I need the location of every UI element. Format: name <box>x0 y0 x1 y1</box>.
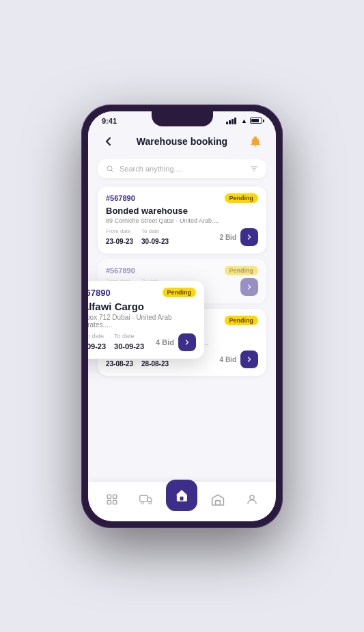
status-icons: ▲ <box>226 118 262 124</box>
to-date-1: 30-09-23 <box>141 238 169 245</box>
search-bar[interactable]: Search anything.... <box>98 159 266 178</box>
arrow-right-icon-2p <box>245 283 253 291</box>
floating-from-date: From date 23-09-23 <box>88 333 106 352</box>
filter-icon[interactable] <box>250 165 258 173</box>
status-time: 9:41 <box>102 117 117 125</box>
phone-screen: 9:41 ▲ Warehouse booki <box>88 111 276 521</box>
phone-notch <box>152 111 213 126</box>
bottom-spacer <box>98 381 266 387</box>
status-badge-2p: Pending <box>225 266 259 275</box>
floating-detail-button[interactable] <box>178 333 196 351</box>
bid-count-3: 4 Bid <box>220 356 236 363</box>
floating-from-date-val: 23-09-23 <box>88 342 106 351</box>
floating-card-address: Po box 712 Dubai - United Arab Emirates.… <box>88 314 196 329</box>
svg-point-6 <box>141 502 143 504</box>
detail-button-2p[interactable] <box>240 278 258 296</box>
nav-item-warehouse[interactable] <box>204 487 232 512</box>
floating-to-date-val: 30-09-23 <box>114 342 144 351</box>
status-badge-1: Pending <box>225 193 259 203</box>
from-date-3: 23-08-23 <box>106 360 133 368</box>
detail-button-3[interactable] <box>240 351 258 368</box>
search-container: Search anything.... <box>88 156 276 184</box>
back-button[interactable] <box>99 132 118 151</box>
arrow-right-icon-3 <box>245 355 253 363</box>
arrow-right-icon-1 <box>245 233 253 241</box>
bell-icon <box>249 135 262 148</box>
svg-rect-8 <box>180 496 184 500</box>
floating-card-header: #567890 Pending <box>88 288 196 298</box>
card-header-2p: #567890 Pending <box>106 266 258 275</box>
floating-arrow-icon <box>183 338 191 346</box>
svg-rect-4 <box>113 500 116 504</box>
floating-card-id: #567890 <box>88 288 111 298</box>
booking-card-1: #567890 Pending Bonded warehouse 89 Corn… <box>98 187 266 253</box>
search-left: Search anything.... <box>106 165 182 173</box>
from-label-1: From date <box>106 228 133 234</box>
card-title-1: Bonded warehouse <box>106 206 258 216</box>
search-icon <box>106 165 114 173</box>
nav-item-profile[interactable] <box>238 487 266 512</box>
profile-icon <box>246 493 258 506</box>
floating-card-title: Halfawi Cargo <box>88 301 196 312</box>
floating-booking-card: #567890 Pending Halfawi Cargo Po box 712… <box>88 281 204 359</box>
card-id-2p: #567890 <box>106 266 135 275</box>
svg-rect-3 <box>107 500 111 504</box>
floating-from-label: From date <box>88 333 106 340</box>
floating-to-label: To date <box>114 333 144 340</box>
floating-card-footer: From date 23-09-23 To date 30-09-23 4 Bi… <box>88 333 196 352</box>
detail-button-1[interactable] <box>240 228 258 246</box>
floating-status-badge: Pending <box>163 288 197 297</box>
grid-icon <box>106 493 118 506</box>
nav-item-truck[interactable] <box>132 487 160 512</box>
search-placeholder: Search anything.... <box>120 165 182 173</box>
page-title: Warehouse booking <box>137 136 227 147</box>
floating-to-date: To date 30-09-23 <box>114 333 144 352</box>
svg-point-10 <box>250 495 254 499</box>
home-icon <box>175 489 188 502</box>
bid-section-2p <box>240 278 258 296</box>
status-badge-3: Pending <box>225 316 259 325</box>
nav-item-home[interactable] <box>166 480 197 511</box>
card-header-1: #567890 Pending <box>106 193 258 203</box>
notification-button[interactable] <box>246 132 265 151</box>
svg-rect-2 <box>113 495 116 498</box>
from-date-group-1: From date 23-09-23 <box>106 228 133 247</box>
bid-count-1: 2 Bid <box>220 234 236 241</box>
dates-row-1: From date 23-09-23 To date 30-09-23 <box>106 228 169 247</box>
bid-section-1: 2 Bid <box>220 228 258 246</box>
svg-rect-1 <box>107 495 111 498</box>
floating-dates-row: From date 23-09-23 To date 30-09-23 <box>88 333 144 352</box>
signal-icon <box>226 118 236 124</box>
bid-section-3: 4 Bid <box>220 351 258 368</box>
warehouse-icon <box>211 493 225 506</box>
phone-frame: 9:41 ▲ Warehouse booki <box>81 105 283 528</box>
to-label-1: To date <box>141 228 169 234</box>
battery-icon <box>250 118 262 124</box>
truck-icon <box>139 494 153 505</box>
page-header: Warehouse booking <box>88 128 276 156</box>
svg-point-7 <box>149 502 152 504</box>
card-footer-1: From date 23-09-23 To date 30-09-23 2 Bi… <box>106 228 258 247</box>
bottom-navigation <box>88 482 276 521</box>
nav-item-grid[interactable] <box>98 487 126 512</box>
to-date-group-1: To date 30-09-23 <box>141 228 169 247</box>
to-date-3: 28-08-23 <box>141 360 169 368</box>
svg-rect-9 <box>216 500 221 505</box>
floating-bid-section: 4 Bid <box>156 333 196 351</box>
from-date-1: 23-09-23 <box>106 238 133 245</box>
floating-bid-count: 4 Bid <box>156 338 174 346</box>
wifi-icon: ▲ <box>241 118 247 124</box>
card-address-1: 89 Corniche Street Qatar - United Arab..… <box>106 217 258 224</box>
card-id-1: #567890 <box>106 194 135 202</box>
svg-rect-5 <box>139 495 147 502</box>
back-icon <box>103 136 114 147</box>
